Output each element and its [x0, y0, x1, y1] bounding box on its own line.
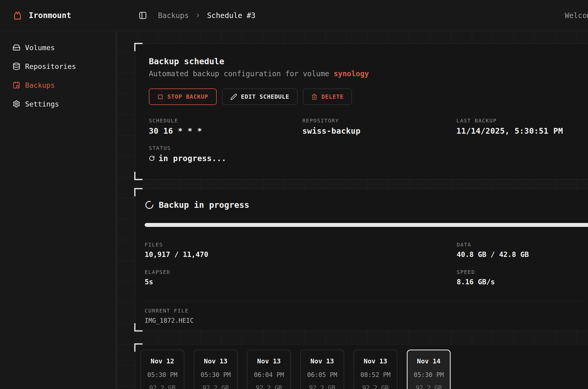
welcome-text: Welcome — [565, 0, 588, 31]
stat-elapsed: ELAPSED 5s — [145, 269, 457, 286]
stat-label: SPEED — [457, 269, 588, 275]
breadcrumb-current-page: Schedule #3 — [207, 11, 255, 20]
stop-backup-button[interactable]: STOP BACKUP — [149, 89, 217, 105]
pencil-icon — [230, 93, 237, 100]
snapshot-card-selected[interactable]: Nov 14 05:30 PM 92.2 GB — [407, 350, 451, 389]
field-value: swiss-backup — [302, 126, 456, 135]
schedule-fields: SCHEDULE 30 16 * * * REPOSITORY swiss-ba… — [149, 117, 588, 135]
snapshot-date: Nov 13 — [194, 357, 237, 365]
snapshot-time: 05:30 PM — [408, 371, 450, 379]
snapshot-date: Nov 13 — [248, 357, 290, 365]
corner-bracket — [134, 323, 143, 332]
hard-drive-icon — [13, 43, 21, 52]
status-value: in progress... — [149, 154, 588, 163]
rotate-cw-icon — [149, 155, 155, 161]
stat-label: DATA — [457, 241, 588, 248]
sidebar-item-label: Repositories — [25, 62, 76, 70]
panel-subtitle: Automated backup configuration for volum… — [149, 69, 588, 78]
stop-square-icon — [157, 94, 163, 100]
snapshot-size: 92.2 GB — [194, 384, 237, 389]
field-repository: REPOSITORY swiss-backup — [302, 117, 456, 135]
volume-name: synology — [334, 69, 369, 78]
stat-value: 40.8 GB / 42.8 GB — [457, 250, 588, 258]
snapshot-date: Nov 13 — [301, 357, 344, 365]
stat-label: ELAPSED — [145, 269, 457, 275]
sidebar-item-label: Volumes — [25, 44, 55, 52]
sidebar-item-volumes[interactable]: Volumes — [0, 38, 116, 57]
breadcrumb: Backups Schedule #3 — [139, 0, 255, 31]
field-status: STATUS in progress... — [149, 145, 588, 163]
current-file-label: CURRENT FILE — [145, 308, 588, 314]
progress-bar — [145, 223, 588, 227]
field-value: 30 16 * * * — [149, 126, 302, 135]
progress-title: Backup in progress — [159, 200, 249, 210]
gear-icon — [13, 100, 21, 108]
app-title: Ironmount — [29, 11, 71, 20]
snapshot-date: Nov 13 — [354, 357, 397, 365]
sidebar-item-backups[interactable]: Backups — [0, 76, 116, 95]
backup-progress-panel: Backup in progress FILES 10,917 / 11,470… — [135, 189, 588, 331]
snapshot-card[interactable]: Nov 13 05:30 PM 92.2 GB — [194, 350, 238, 389]
snapshots-panel: Nov 12 05:30 PM 92.2 GB Nov 13 05:30 PM … — [135, 344, 588, 389]
stat-data: DATA 40.8 GB / 42.8 GB — [457, 241, 588, 258]
snapshot-size: 92.2 GB — [354, 384, 397, 389]
sidebar-item-label: Settings — [25, 100, 59, 108]
loader-spinner-icon — [145, 200, 154, 210]
snapshot-time: 06:05 PM — [301, 371, 344, 379]
stat-label: FILES — [145, 241, 457, 248]
snapshot-time: 05:30 PM — [141, 371, 184, 379]
divider — [145, 301, 583, 301]
stat-speed: SPEED 8.16 GB/s — [457, 269, 588, 286]
breadcrumb-section[interactable]: Backups — [158, 11, 189, 20]
corner-bracket — [134, 172, 143, 180]
field-schedule: SCHEDULE 30 16 * * * — [149, 117, 302, 135]
snapshot-time: 08:52 PM — [354, 371, 397, 379]
app-screen: Ironmount Backups Schedule #3 Welcome — [0, 0, 588, 389]
progress-stats: FILES 10,917 / 11,470 DATA 40.8 GB / 42.… — [145, 241, 588, 286]
snapshot-card[interactable]: Nov 13 06:05 PM 92.2 GB — [300, 350, 344, 389]
snapshot-date: Nov 12 — [141, 357, 184, 365]
progress-bar-fill — [145, 223, 588, 227]
trash-icon — [311, 94, 317, 100]
snapshot-card[interactable]: Nov 12 05:30 PM 92.2 GB — [140, 350, 184, 389]
edit-schedule-button[interactable]: EDIT SCHEDULE — [222, 89, 298, 105]
snapshot-size: 92.2 GB — [141, 384, 184, 389]
snapshot-card[interactable]: Nov 13 06:04 PM 92.2 GB — [247, 350, 291, 389]
stat-files: FILES 10,917 / 11,470 — [145, 241, 457, 258]
field-label: REPOSITORY — [302, 117, 456, 124]
calendar-clock-icon — [13, 81, 21, 89]
mountain-logo-icon — [13, 10, 22, 21]
snapshot-size: 92.2 GB — [248, 384, 290, 389]
brand: Ironmount — [0, 10, 116, 21]
current-file: CURRENT FILE IMG_1872.HEIC — [145, 308, 588, 324]
field-label: SCHEDULE — [149, 117, 302, 124]
stat-value: 10,917 / 11,470 — [145, 250, 457, 258]
panel-title: Backup schedule — [149, 56, 588, 66]
stat-value: 5s — [145, 278, 457, 286]
main-content: Backup schedule Automated backup configu… — [117, 31, 588, 389]
sidebar-toggle-icon[interactable] — [139, 11, 147, 20]
field-last-backup: LAST BACKUP 11/14/2025, 5:30:51 PM — [456, 117, 588, 135]
sidebar-item-settings[interactable]: Settings — [0, 95, 116, 113]
action-buttons: STOP BACKUP EDIT SCHEDULE — [149, 89, 588, 105]
sidebar-item-repositories[interactable]: Repositories — [0, 57, 116, 76]
progress-title-row: Backup in progress — [145, 200, 588, 210]
snapshot-size: 92.2 GB — [301, 384, 344, 389]
snapshot-size: 92.2 GB — [408, 384, 450, 389]
sidebar-item-label: Backups — [25, 81, 55, 89]
field-value: 11/14/2025, 5:30:51 PM — [456, 126, 588, 135]
snapshot-card[interactable]: Nov 13 08:52 PM 92.2 GB — [354, 350, 397, 389]
field-label: LAST BACKUP — [456, 117, 588, 124]
sidebar-nav: Volumes Repositories Backup — [0, 31, 116, 389]
snapshot-date: Nov 14 — [408, 357, 450, 365]
field-label: STATUS — [149, 145, 588, 151]
chevron-right-icon — [195, 13, 201, 18]
delete-button[interactable]: DELETE — [303, 89, 352, 105]
snapshot-time: 06:04 PM — [248, 371, 290, 379]
database-icon — [13, 62, 21, 70]
snapshot-time: 05:30 PM — [194, 371, 237, 379]
backup-schedule-panel: Backup schedule Automated backup configu… — [135, 44, 588, 179]
stat-value: 8.16 GB/s — [457, 278, 588, 286]
top-header: Ironmount Backups Schedule #3 Welcome — [0, 0, 588, 31]
snapshot-list: Nov 12 05:30 PM 92.2 GB Nov 13 05:30 PM … — [135, 344, 588, 389]
